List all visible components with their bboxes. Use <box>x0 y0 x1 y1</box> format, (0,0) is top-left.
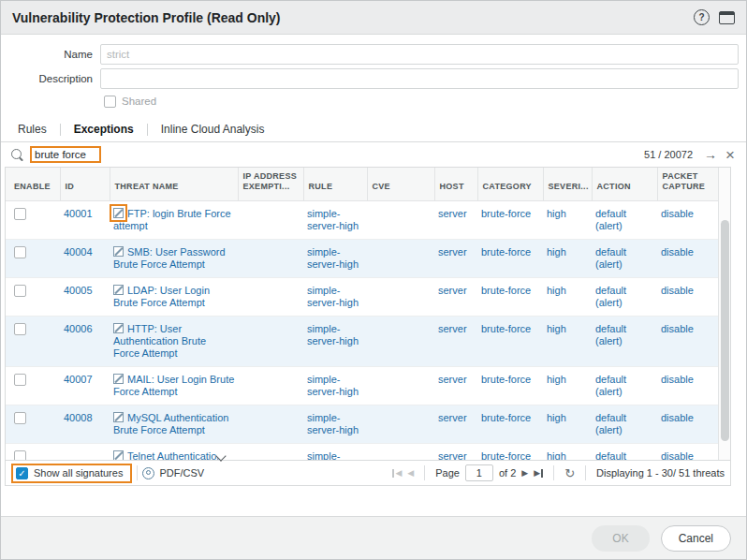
next-page-button[interactable]: ▶ <box>521 468 528 478</box>
severity-link[interactable]: high <box>547 323 566 334</box>
last-page-button[interactable]: ▶ <box>534 468 543 478</box>
threat-name-link[interactable]: MAIL: User Login Brute Force Attempt <box>113 374 234 397</box>
rule-link[interactable]: simple- <box>307 450 340 461</box>
tab-exceptions[interactable]: Exceptions <box>72 123 136 136</box>
ok-button[interactable]: OK <box>592 525 649 552</box>
show-all-checkbox[interactable]: ✓ <box>16 467 28 479</box>
host-link[interactable]: server <box>438 374 467 385</box>
rule-link[interactable]: simple-server-high <box>307 208 359 231</box>
packet-capture-link[interactable]: disable <box>661 412 694 423</box>
threat-name-link[interactable]: HTTP: User Authentication Brute Force At… <box>113 323 206 359</box>
col-id[interactable]: ID <box>60 168 110 201</box>
threat-edit-icon[interactable] <box>113 246 124 257</box>
window-icon[interactable] <box>719 11 735 24</box>
category-link[interactable]: brute-force <box>481 450 531 461</box>
category-link[interactable]: brute-force <box>481 246 531 258</box>
packet-capture-link[interactable]: disable <box>661 450 694 461</box>
col-category[interactable]: CATEGORY <box>477 168 543 201</box>
col-threat-name[interactable]: THREAT NAME <box>110 168 238 201</box>
threat-edit-icon[interactable] <box>113 374 124 384</box>
threat-name-link[interactable]: Telnet Authentication <box>127 450 223 461</box>
severity-link[interactable]: high <box>547 246 566 258</box>
host-link[interactable]: server <box>438 208 467 219</box>
clear-search-icon[interactable]: × <box>725 147 735 163</box>
rule-link[interactable]: simple-server-high <box>307 323 359 346</box>
threat-id-link[interactable]: 40008 <box>64 412 93 423</box>
action-link[interactable]: default (alert) <box>595 208 626 231</box>
rule-link[interactable]: simple-server-high <box>307 412 359 435</box>
packet-capture-link[interactable]: disable <box>661 208 694 219</box>
tab-rules[interactable]: Rules <box>16 123 49 136</box>
severity-link[interactable]: high <box>547 374 566 385</box>
first-page-button[interactable]: ◀ <box>392 468 402 478</box>
apply-filter-arrow-icon[interactable]: → <box>704 147 717 162</box>
host-link[interactable]: server <box>438 246 467 258</box>
threat-edit-icon[interactable] <box>113 323 124 333</box>
packet-capture-link[interactable]: disable <box>661 246 694 258</box>
category-link[interactable]: brute-force <box>481 208 531 219</box>
vertical-scrollbar[interactable] <box>718 168 730 460</box>
refresh-icon[interactable]: ↻ <box>564 467 575 479</box>
row-enable-checkbox[interactable] <box>14 450 26 461</box>
row-enable-checkbox[interactable] <box>14 412 26 424</box>
threat-name-link[interactable]: FTP: login Brute Force attempt <box>113 208 231 231</box>
threat-name-link[interactable]: SMB: User Password Brute Force Attempt <box>113 246 226 270</box>
col-rule[interactable]: RULE <box>303 168 367 201</box>
host-link[interactable]: server <box>438 285 467 296</box>
severity-link[interactable]: high <box>547 208 566 219</box>
col-severity[interactable]: SEVERI... <box>543 168 592 201</box>
tab-inline-cloud-analysis[interactable]: Inline Cloud Analysis <box>159 123 267 136</box>
rule-link[interactable]: simple-server-high <box>307 285 359 308</box>
row-enable-checkbox[interactable] <box>14 323 26 335</box>
page-number-input[interactable] <box>465 464 493 481</box>
action-link[interactable]: default (alert) <box>595 246 626 270</box>
rule-link[interactable]: simple-server-high <box>307 246 359 270</box>
rule-link[interactable]: simple-server-high <box>307 374 359 397</box>
severity-link[interactable]: high <box>547 450 566 461</box>
row-enable-checkbox[interactable] <box>14 208 26 220</box>
threat-id-link[interactable]: 40006 <box>64 323 93 334</box>
host-link[interactable]: server <box>438 323 467 334</box>
category-link[interactable]: brute-force <box>481 323 531 334</box>
threat-edit-icon[interactable] <box>113 285 124 295</box>
action-link[interactable]: default (alert) <box>595 412 626 435</box>
threat-name-link[interactable]: LDAP: User Login Brute Force Attempt <box>113 285 210 308</box>
row-enable-checkbox[interactable] <box>14 285 26 297</box>
threat-id-link[interactable]: 40004 <box>64 246 93 258</box>
severity-link[interactable]: high <box>547 412 566 423</box>
category-link[interactable]: brute-force <box>481 374 531 385</box>
host-link[interactable]: server <box>438 412 467 423</box>
cancel-button[interactable]: Cancel <box>661 525 731 552</box>
action-link[interactable]: default <box>595 450 626 461</box>
threat-id-link[interactable]: 40001 <box>64 208 93 219</box>
pdf-csv-button[interactable]: PDF/CSV <box>142 467 204 479</box>
search-input[interactable]: brute force <box>30 146 101 163</box>
shared-checkbox[interactable] <box>104 96 116 108</box>
category-link[interactable]: brute-force <box>481 285 531 296</box>
action-link[interactable]: default (alert) <box>595 323 626 346</box>
col-cve[interactable]: CVE <box>367 168 434 201</box>
threat-edit-icon[interactable] <box>113 412 124 422</box>
packet-capture-link[interactable]: disable <box>661 374 694 385</box>
threat-id-link[interactable]: 40005 <box>64 285 93 296</box>
threat-edit-icon[interactable] <box>113 450 124 461</box>
scrollbar-thumb[interactable] <box>721 220 729 441</box>
threat-edit-icon[interactable] <box>113 208 124 218</box>
row-enable-checkbox[interactable] <box>14 374 26 386</box>
description-input[interactable] <box>100 68 739 89</box>
help-icon[interactable]: ? <box>694 9 710 25</box>
packet-capture-link[interactable]: disable <box>661 323 694 334</box>
category-link[interactable]: brute-force <box>481 412 531 423</box>
name-input[interactable] <box>100 44 739 65</box>
threat-id-link[interactable]: 40007 <box>64 374 93 385</box>
packet-capture-link[interactable]: disable <box>661 285 694 296</box>
col-host[interactable]: HOST <box>434 168 477 201</box>
col-enable[interactable]: ENABLE <box>6 168 60 201</box>
prev-page-button[interactable]: ◀ <box>407 468 414 478</box>
col-action[interactable]: ACTION <box>592 168 657 201</box>
severity-link[interactable]: high <box>547 285 566 296</box>
col-ip-address-exemption[interactable]: IP ADDRESS EXEMPTI... <box>238 168 303 201</box>
action-link[interactable]: default (alert) <box>595 285 626 308</box>
threat-name-link[interactable]: MySQL Authentication Brute Force Attempt <box>113 412 228 435</box>
col-packet-capture[interactable]: PACKET CAPTURE <box>657 168 718 201</box>
